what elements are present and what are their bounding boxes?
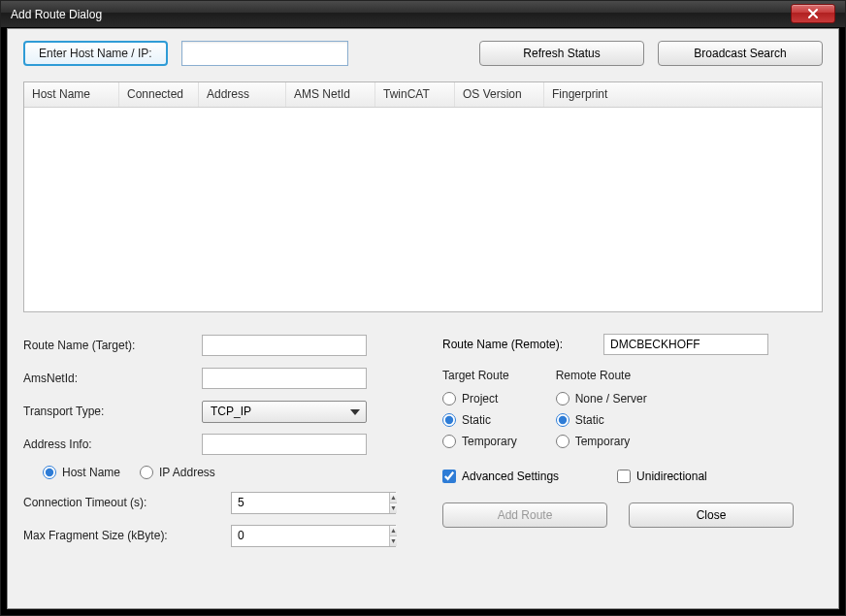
connection-timeout-label: Connection Timeout (s): [23,496,231,509]
col-connected[interactable]: Connected [119,82,199,107]
unidirectional-input[interactable] [617,470,631,483]
remote-route-temporary[interactable]: Temporary [556,435,647,448]
spin-up-icon[interactable]: ▲ [390,493,397,503]
transport-type-select[interactable]: TCP_IP [202,401,367,423]
route-groups: Target Route Project Static Temporary [442,369,823,448]
col-fingerprint[interactable]: Fingerprint [544,82,822,107]
target-route-temporary[interactable]: Temporary [442,435,517,448]
remote-route-temporary-label: Temporary [575,435,631,448]
top-row: Enter Host Name / IP: Refresh Status Bro… [23,41,823,66]
target-route-project-input[interactable] [442,392,456,405]
unidirectional-checkbox[interactable]: Unidirectional [617,470,707,483]
radio-ip-address-input[interactable] [140,466,153,479]
target-route-static-input[interactable] [442,413,456,427]
remote-route-static-label: Static [575,413,604,427]
radio-host-name[interactable]: Host Name [43,466,120,479]
chevron-down-icon [350,409,360,415]
window-title: Add Route Dialog [11,8,102,21]
remote-route-title: Remote Route [556,369,647,382]
address-info-radio-row: Host Name IP Address [23,466,404,479]
col-address[interactable]: Address [199,82,286,107]
address-info-input[interactable] [202,434,367,455]
grid-header: Host Name Connected Address AMS NetId Tw… [24,82,822,108]
remote-route-static-input[interactable] [556,413,569,427]
refresh-status-button[interactable]: Refresh Status [479,41,644,66]
broadcast-search-button[interactable]: Broadcast Search [658,41,823,66]
advanced-settings-input[interactable] [442,470,456,483]
radio-host-name-input[interactable] [43,466,56,479]
target-route-title: Target Route [442,369,517,382]
transport-type-label: Transport Type: [23,405,202,418]
target-route-group: Target Route Project Static Temporary [442,369,517,448]
radio-ip-address-label: IP Address [159,466,215,479]
radio-ip-address[interactable]: IP Address [140,466,215,479]
window-close-button[interactable] [791,4,835,23]
target-route-static[interactable]: Static [442,413,517,427]
radio-host-name-label: Host Name [62,466,120,479]
target-route-temporary-label: Temporary [462,435,517,448]
ams-netid-input[interactable] [202,368,367,389]
target-route-static-label: Static [462,413,491,427]
right-column: Route Name (Remote): Target Route Projec… [442,334,823,547]
ams-netid-label: AmsNetId: [23,372,202,385]
bottom-buttons: Add Route Close [442,503,823,528]
spin-down-icon[interactable]: ▼ [390,536,397,546]
form-area: Route Name (Target): AmsNetId: Transport… [23,334,823,547]
remote-route-none-label: None / Server [575,392,647,405]
window-frame: Add Route Dialog Enter Host Name / IP: R… [0,0,846,616]
route-name-target-label: Route Name (Target): [23,339,202,352]
target-route-project[interactable]: Project [442,392,517,405]
remote-route-none[interactable]: None / Server [556,392,647,405]
checks-row: Advanced Settings Unidirectional [442,470,823,483]
max-fragment-stepper[interactable]: ▲ ▼ [231,525,396,547]
advanced-settings-label: Advanced Settings [462,470,559,483]
target-route-temporary-input[interactable] [442,435,456,448]
remote-route-none-input[interactable] [556,392,569,405]
target-route-project-label: Project [462,392,498,405]
address-info-label: Address Info: [23,438,202,451]
connection-timeout-stepper[interactable]: ▲ ▼ [231,492,396,514]
max-fragment-label: Max Fragment Size (kByte): [23,529,231,542]
remote-route-static[interactable]: Static [556,413,647,427]
remote-route-group: Remote Route None / Server Static Tempor… [556,369,647,448]
remote-route-temporary-input[interactable] [556,435,569,448]
col-twincat[interactable]: TwinCAT [375,82,455,107]
left-column: Route Name (Target): AmsNetId: Transport… [23,334,404,547]
spin-down-icon[interactable]: ▼ [390,503,397,513]
route-name-remote-label: Route Name (Remote): [442,338,603,351]
transport-type-value: TCP_IP [211,405,251,418]
host-grid[interactable]: Host Name Connected Address AMS NetId Tw… [23,81,823,312]
enter-host-button[interactable]: Enter Host Name / IP: [23,41,168,66]
col-ams-netid[interactable]: AMS NetId [286,82,375,107]
spin-up-icon[interactable]: ▲ [390,526,397,536]
titlebar: Add Route Dialog [1,1,845,28]
dialog-client-area: Enter Host Name / IP: Refresh Status Bro… [7,28,839,609]
host-name-input[interactable] [181,41,348,66]
add-route-button[interactable]: Add Route [442,503,607,528]
route-name-target-input[interactable] [202,335,367,356]
unidirectional-label: Unidirectional [636,470,707,483]
route-name-remote-input[interactable] [603,334,768,355]
col-os-version[interactable]: OS Version [455,82,544,107]
close-button[interactable]: Close [629,503,794,528]
connection-timeout-input[interactable] [232,493,389,513]
max-fragment-input[interactable] [232,526,389,546]
close-icon [807,8,819,19]
advanced-settings-checkbox[interactable]: Advanced Settings [442,470,559,483]
col-host-name[interactable]: Host Name [24,82,119,107]
